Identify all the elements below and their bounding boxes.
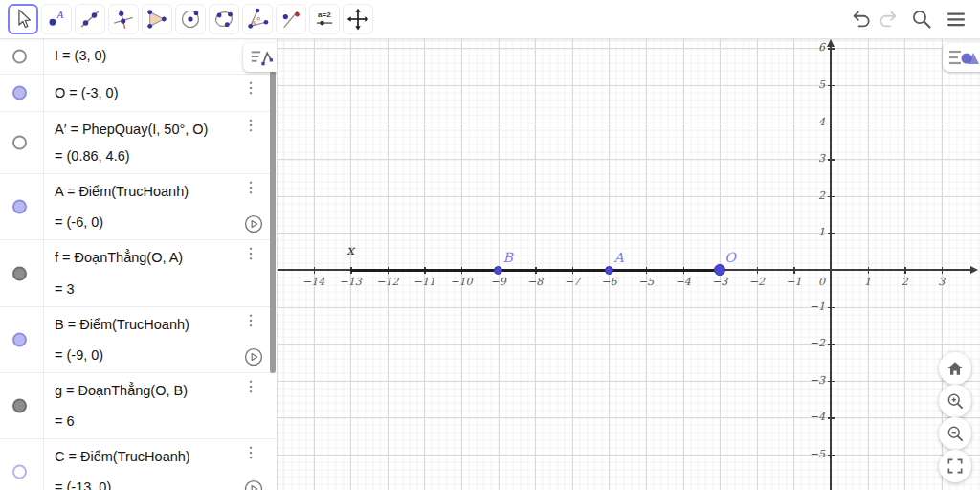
menu-button[interactable] — [942, 5, 970, 33]
object-definition: A = Điểm(TrucHoanh) — [55, 184, 189, 199]
visibility-toggle[interactable] — [12, 200, 27, 214]
point-A[interactable] — [605, 266, 613, 275]
gridline-horizontal — [278, 307, 980, 308]
x-tick-label: −8 — [527, 276, 543, 288]
graphics-style-button[interactable] — [943, 43, 980, 72]
home-button[interactable] — [939, 352, 971, 385]
object-value: = (-13, 0) — [55, 479, 111, 490]
segment-OC[interactable] — [350, 269, 720, 272]
line-tool-icon — [78, 7, 102, 32]
object-value: = (-9, 0) — [55, 347, 103, 363]
y-tick — [828, 48, 835, 49]
visibility-toggle[interactable] — [12, 465, 27, 479]
visibility-toggle[interactable] — [12, 266, 27, 280]
gridline-vertical — [535, 38, 536, 490]
y-tick — [828, 85, 835, 86]
angle-tool-button[interactable] — [242, 4, 273, 34]
row-menu-button[interactable]: ⋮ — [240, 118, 261, 133]
animate-button[interactable] — [243, 213, 264, 234]
gridline-vertical — [424, 38, 425, 490]
point-tool-button[interactable]: A — [41, 4, 72, 34]
x-tick-label: −3 — [712, 276, 727, 288]
zoom-out-button[interactable] — [939, 417, 971, 450]
move-graphics-tool-button[interactable] — [343, 4, 373, 34]
gridline-vertical — [793, 38, 794, 490]
fullscreen-icon — [946, 457, 965, 476]
y-tick-label: −4 — [810, 411, 825, 423]
object-definition: f = ĐoạnThẳng(O, A) — [55, 250, 183, 265]
circle-with-center-tool-button[interactable] — [175, 4, 206, 34]
conic-tool-button[interactable] — [209, 4, 239, 34]
y-tick-label: 5 — [818, 78, 825, 91]
x-tick-label: −5 — [638, 276, 654, 288]
gridline-vertical — [609, 38, 610, 490]
y-tick — [828, 196, 835, 197]
x-tick-label: −7 — [565, 276, 580, 288]
zoom-in-button[interactable] — [939, 385, 971, 417]
point-tool-icon: A — [44, 7, 69, 32]
algebra-style-button[interactable] — [243, 43, 278, 72]
algebra-row-g[interactable]: g = ĐoạnThẳng(O, B)= 6⋮ — [0, 373, 277, 439]
x-tick-label: −12 — [376, 276, 398, 288]
gridline-horizontal — [278, 233, 980, 234]
x-tick-label: −2 — [749, 276, 765, 288]
line-tool-button[interactable] — [75, 4, 105, 34]
algebra-row-I[interactable]: I = (3, 0) — [0, 38, 277, 75]
visibility-toggle[interactable] — [12, 86, 27, 100]
row-menu-button[interactable]: ⋮ — [240, 80, 261, 96]
algebra-row-B[interactable]: B = Điểm(TrucHoanh)= (-9, 0)⋮ — [0, 307, 277, 373]
x-tick — [314, 267, 315, 274]
menu-icon — [944, 7, 969, 32]
y-axis-arrow — [827, 39, 835, 47]
gridline-horizontal — [278, 48, 980, 49]
object-value: = (0.86, 4.6) — [55, 148, 130, 164]
gridline-horizontal — [278, 417, 980, 418]
slider-tool-icon: a=2 — [312, 7, 337, 32]
move-tool-icon — [11, 7, 35, 32]
perpendicular-line-tool-button[interactable] — [108, 4, 139, 34]
y-tick-label: 3 — [818, 152, 825, 165]
slider-tool-button[interactable]: a=2 — [309, 4, 340, 34]
play-icon — [243, 479, 264, 490]
y-tick-label: 4 — [818, 116, 825, 128]
x-tick-label: −14 — [302, 276, 324, 288]
fullscreen-button[interactable] — [939, 450, 971, 482]
graphics-view[interactable]: −14−13−12−11−10−9−8−7−6−5−4−3−2−10123654… — [278, 38, 980, 490]
geogebra-app: Aa=2 I = (3, 0)O = (-3, 0)⋮A′ = PhepQuay… — [0, 0, 980, 490]
row-menu-button[interactable]: ⋮ — [240, 379, 261, 394]
conic-tool-icon — [212, 7, 236, 32]
gridline-vertical — [388, 38, 389, 490]
reflect-tool-button[interactable] — [276, 4, 306, 34]
visibility-toggle[interactable] — [12, 136, 27, 150]
undo-button[interactable] — [847, 5, 876, 33]
animate-button[interactable] — [243, 346, 264, 368]
search-button[interactable] — [907, 5, 936, 33]
y-axis — [830, 46, 832, 490]
algebra-row-C[interactable]: C = Điểm(TrucHoanh)= (-13, 0)⋮ — [0, 439, 277, 490]
x-tick-label: −11 — [413, 276, 435, 288]
row-menu-button[interactable]: ⋮ — [240, 180, 261, 195]
visibility-toggle[interactable] — [12, 49, 27, 63]
polygon-tool-icon — [145, 7, 169, 32]
sidebar-scrollbar-thumb[interactable] — [270, 71, 276, 373]
algebra-row-O[interactable]: O = (-3, 0)⋮ — [0, 75, 277, 112]
gridline-horizontal — [278, 159, 980, 160]
row-menu-button[interactable]: ⋮ — [240, 313, 261, 328]
perpendicular-line-tool-icon — [111, 7, 136, 32]
algebra-row-A-prime[interactable]: A′ = PhepQuay(I, 50°, O)= (0.86, 4.6)⋮ — [0, 112, 277, 174]
gridline-horizontal — [278, 122, 980, 123]
point-label-O: O — [724, 250, 735, 265]
angle-tool-icon — [245, 7, 270, 32]
object-value: = 3 — [55, 281, 75, 297]
polygon-tool-button[interactable] — [142, 4, 172, 34]
animate-button[interactable] — [243, 479, 264, 490]
algebra-row-A[interactable]: A = Điểm(TrucHoanh)= (-6, 0)⋮ — [0, 174, 277, 240]
row-menu-button[interactable]: ⋮ — [240, 246, 261, 261]
visibility-toggle[interactable] — [12, 333, 27, 347]
point-B[interactable] — [494, 266, 502, 275]
row-menu-button[interactable]: ⋮ — [240, 445, 261, 460]
x-tick-label: 2 — [902, 276, 908, 288]
algebra-row-f[interactable]: f = ĐoạnThẳng(O, A)= 3⋮ — [0, 240, 277, 307]
visibility-toggle[interactable] — [12, 399, 27, 413]
move-tool-button[interactable] — [8, 4, 38, 34]
